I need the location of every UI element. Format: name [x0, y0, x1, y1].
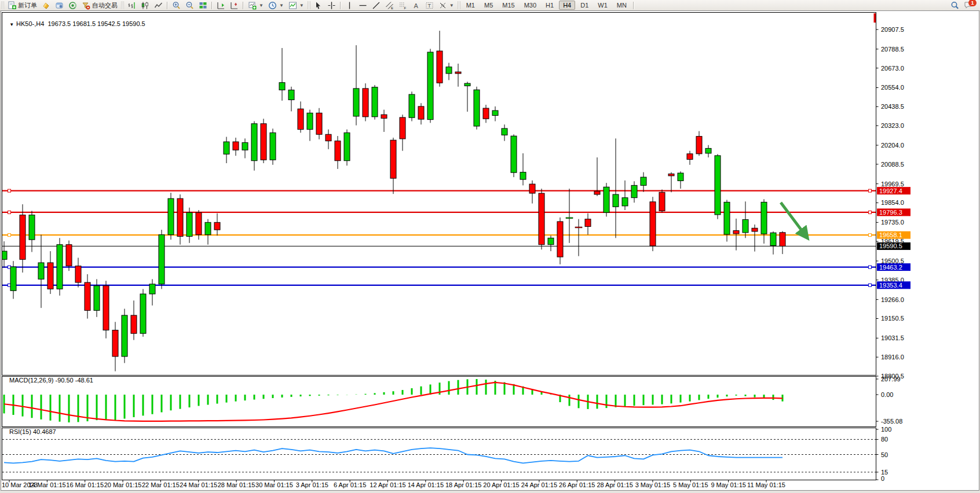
fibonacci-tool[interactable]: F [396, 1, 409, 10]
data-window-button[interactable] [53, 1, 66, 10]
candle-body [437, 51, 443, 83]
candle-body [75, 266, 81, 282]
template-dropdown[interactable]: ▼ [286, 1, 306, 10]
chevron-down-icon: ▼ [259, 3, 264, 8]
date-axis-label: 22 Mar 01:15 [142, 481, 180, 488]
market-watch-button[interactable] [39, 1, 53, 10]
tile-windows-button[interactable] [196, 1, 210, 10]
timeframe-button-m1[interactable]: M1 [462, 1, 479, 10]
candle-body [715, 156, 721, 215]
trendline-tool[interactable] [370, 1, 383, 10]
candle-body [66, 245, 72, 266]
rsi-axis-label: 80 [881, 436, 888, 443]
notifications-button[interactable]: 1 [964, 1, 974, 10]
navigator-icon [68, 1, 77, 10]
candle-body [261, 124, 266, 160]
candle-body [659, 192, 665, 211]
candle-body [557, 222, 563, 257]
candle-body [641, 177, 646, 185]
date-axis-label: 28 Apr 01:15 [597, 481, 632, 488]
chart-shift-button[interactable] [228, 1, 241, 10]
channel-tool[interactable]: E [383, 1, 396, 10]
candle-body [687, 154, 693, 160]
shapes-dropdown[interactable]: ▼ [436, 1, 456, 10]
search-icon[interactable] [950, 1, 959, 10]
text-tool[interactable]: A [409, 1, 423, 10]
navigator-button[interactable] [66, 1, 79, 10]
price-axis-label: 20323.0 [881, 122, 904, 129]
data-window-icon [55, 1, 64, 10]
line-handle[interactable] [8, 189, 11, 192]
candle-body [57, 245, 63, 289]
candle-body [279, 83, 285, 90]
candle-body [492, 111, 498, 116]
horizontal-line-tool[interactable] [356, 1, 370, 10]
zoom-out-button[interactable] [183, 1, 196, 10]
timeframe-button-m15[interactable]: M15 [498, 1, 518, 10]
chevron-down-icon: ▼ [449, 3, 454, 8]
date-axis-label: 11 May 01:15 [747, 481, 785, 488]
svg-text:E: E [391, 6, 393, 10]
candle-body [224, 142, 229, 154]
date-axis-label: 14 Apr 01:15 [408, 481, 444, 488]
candle-body [381, 115, 387, 118]
timeframe-button-m5[interactable]: M5 [480, 1, 497, 10]
label-tool[interactable]: T [423, 1, 436, 10]
line-handle[interactable] [869, 189, 872, 192]
candle-body [205, 222, 211, 234]
horizontal-line-icon [359, 1, 367, 10]
price-axis-label: 20788.5 [881, 46, 904, 53]
cursor-tool-button[interactable] [312, 1, 325, 10]
auto-scroll-button[interactable] [214, 1, 228, 10]
autotrade-icon [82, 1, 90, 10]
line-handle[interactable] [869, 266, 872, 268]
chart-canvas[interactable]: 20907.520788.520673.020554.020438.520323… [0, 10, 980, 493]
candle-body [187, 212, 192, 236]
line-chart-button[interactable] [152, 1, 165, 10]
candle-body [149, 284, 155, 294]
zoom-in-button[interactable] [170, 1, 183, 10]
toolbar-grip[interactable] [458, 1, 460, 9]
toolbar-separator [211, 2, 213, 9]
macd-axis-label: 207.99 [881, 376, 901, 382]
timeframe-button-h4[interactable]: H4 [559, 1, 575, 10]
candle-body [112, 330, 118, 356]
line-handle[interactable] [869, 284, 872, 286]
line-handle[interactable] [8, 211, 11, 214]
toolbar-grip[interactable] [121, 1, 124, 9]
candle-body [705, 148, 711, 153]
candle-body [502, 128, 507, 135]
candle-body [47, 263, 53, 289]
candle-body [20, 215, 25, 260]
candle-body [233, 142, 239, 150]
toolbar-grip[interactable] [308, 1, 310, 9]
price-axis-label: 19266.0 [881, 296, 904, 303]
candlestick-chart-button[interactable] [138, 1, 152, 10]
axis-price-box-label: 19590.5 [879, 242, 902, 249]
new-chart-dropdown[interactable]: ▼ [246, 1, 266, 10]
bar-chart-button[interactable] [125, 1, 138, 10]
crosshair-tool-button[interactable] [325, 1, 338, 10]
timeframe-button-mn[interactable]: MN [613, 1, 631, 10]
line-handle[interactable] [869, 234, 872, 237]
timeframe-button-w1[interactable]: W1 [594, 1, 612, 10]
period-dropdown[interactable]: ▼ [266, 1, 286, 10]
candle-body [585, 219, 591, 227]
candle-body [780, 233, 785, 246]
candle-body [316, 113, 322, 134]
price-axis-label: 19969.5 [881, 181, 904, 187]
candle-body [103, 286, 109, 330]
timeframe-button-d1[interactable]: D1 [576, 1, 593, 10]
candle-body [94, 286, 100, 311]
new-order-button[interactable]: 新订单 [5, 1, 39, 10]
toolbar-grip[interactable] [1, 1, 4, 9]
timeframe-button-h1[interactable]: H1 [542, 1, 558, 10]
line-handle[interactable] [869, 211, 872, 214]
axis-price-box-label: 19353.4 [879, 282, 902, 289]
price-axis-label: 20554.0 [881, 84, 904, 91]
rsi-axis-label: 100 [881, 426, 891, 433]
timeframe-button-m30[interactable]: M30 [520, 1, 540, 10]
line-handle[interactable] [8, 234, 11, 237]
vertical-line-tool[interactable] [343, 1, 356, 10]
autotrade-button[interactable]: 自动交易 [79, 1, 120, 10]
